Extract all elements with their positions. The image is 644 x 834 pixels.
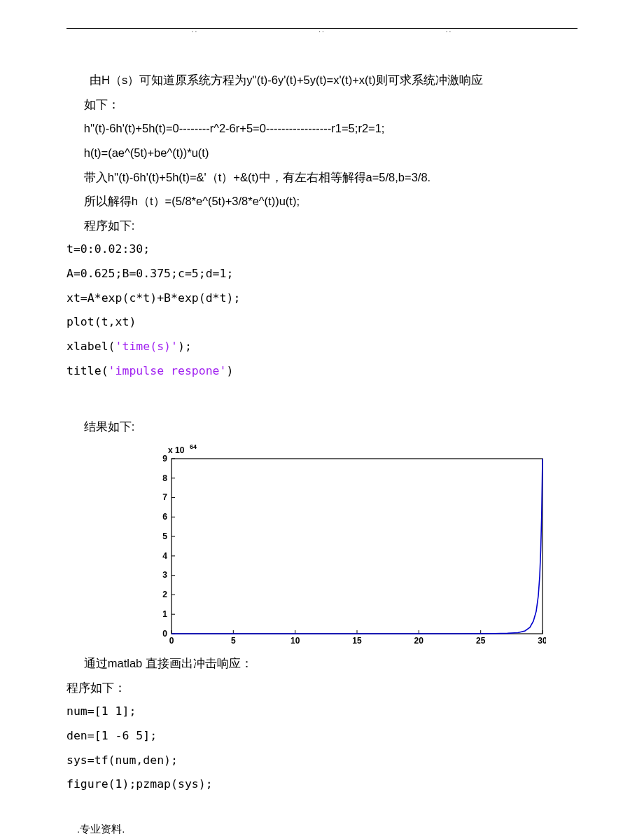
- code-text: xlabel(: [66, 340, 115, 353]
- code-line: num=[1 1];: [66, 700, 578, 724]
- code-text: ): [227, 364, 234, 377]
- svg-text:4: 4: [162, 551, 167, 561]
- svg-text:5: 5: [162, 531, 167, 541]
- chart-plot-box: [172, 459, 542, 634]
- code-line: xt=A*exp(c*t)+B*exp(d*t);: [66, 286, 578, 311]
- code-line: xlabel('time(s)');: [66, 335, 578, 359]
- code-line: sys=tf(num,den);: [66, 749, 578, 773]
- equation-line: h''(t)-6h'(t)+5h(t)=0--------r^2-6r+5=0-…: [66, 116, 578, 141]
- svg-text:7: 7: [162, 492, 167, 502]
- equation-line: 带入h''(t)-6h'(t)+5h(t)=&'（t）+&(t)中，有左右相等解…: [66, 165, 578, 190]
- code-line: figure(1);pzmap(sys);: [66, 772, 578, 797]
- string-literal: 'impulse respone': [108, 364, 227, 377]
- svg-text:10: 10: [290, 636, 300, 644]
- equation-line: 所以解得h（t）=(5/8*e^(5t)+3/8*e^(t))u(t);: [66, 189, 578, 214]
- result-label: 结果如下:: [66, 415, 578, 439]
- svg-text:5: 5: [231, 636, 236, 644]
- svg-text:2: 2: [162, 590, 167, 599]
- svg-text:1: 1: [162, 609, 167, 619]
- code-line: title('impulse respone'): [66, 359, 578, 384]
- svg-text:25: 25: [476, 636, 486, 644]
- code-text: );: [178, 340, 192, 353]
- code-text: title(: [66, 364, 108, 377]
- svg-text:3: 3: [162, 570, 167, 580]
- svg-text:30: 30: [538, 636, 546, 644]
- label-line: 程序如下：: [66, 676, 578, 700]
- svg-text:0: 0: [162, 629, 167, 639]
- svg-text:6: 6: [162, 512, 167, 522]
- equation-line: h(t)=(ae^(5t)+be^(t))*u(t): [66, 141, 578, 165]
- line-chart: x 10 64 0 1 2 3 4 5 6 7 8 9: [144, 445, 546, 644]
- document-body: 由H（s）可知道原系统方程为y''(t)-6y'(t)+5y(t)=x'(t)+…: [66, 68, 578, 834]
- svg-text:20: 20: [414, 636, 424, 644]
- paragraph: 通过matlab 直接画出冲击响应：: [66, 651, 578, 676]
- code-line: den=[1 -6 5];: [66, 724, 578, 749]
- footer-text: .专业资料.: [66, 818, 578, 834]
- chart-y-exponent: x 10: [168, 445, 185, 455]
- svg-text:15: 15: [352, 636, 362, 644]
- svg-text:9: 9: [162, 454, 167, 464]
- paragraph: 由H（s）可知道原系统方程为y''(t)-6y'(t)+5y(t)=x'(t)+…: [66, 68, 578, 92]
- label-line: 程序如下:: [66, 214, 578, 238]
- svg-text:8: 8: [162, 473, 167, 483]
- code-line: plot(t,xt): [66, 310, 578, 335]
- svg-text:0: 0: [169, 636, 174, 644]
- chart-y-exponent-power: 64: [190, 445, 197, 450]
- chart-svg: x 10 64 0 1 2 3 4 5 6 7 8 9: [144, 445, 546, 644]
- string-literal: 'time(s)': [115, 340, 178, 353]
- paragraph: 如下：: [66, 92, 578, 117]
- code-line: A=0.625;B=0.375;c=5;d=1;: [66, 262, 578, 286]
- code-line: t=0:0.02:30;: [66, 237, 578, 262]
- header-rule: [66, 28, 578, 33]
